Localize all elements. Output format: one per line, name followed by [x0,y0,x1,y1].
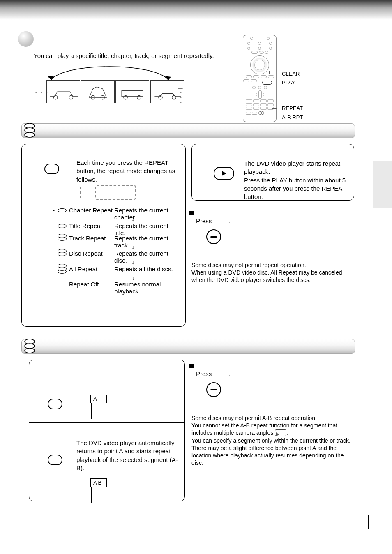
cycle-line: ▸ [53,210,53,305]
repeat-illustration: • • • • • • [35,72,183,108]
ab-step2-button-icon [48,455,62,466]
svg-point-3 [69,95,73,99]
svg-point-14 [25,132,35,137]
section-header-2 [21,339,355,354]
step1-button-icon [44,164,59,175]
section-icon-1 [24,122,35,139]
svg-point-8 [137,95,141,99]
ab-step2-text: The DVD video player automatically retur… [76,439,181,472]
remote-label-abrpt: A-B RPT [282,114,303,120]
svg-point-12 [25,123,35,128]
ab-repeat-box [29,360,185,501]
notes-1: Some discs may not permit repeat operati… [191,261,355,284]
step2-text: The DVD video player starts repeat playb… [244,159,349,201]
clear-button-icon-2 [206,382,221,397]
ab-indicator-ab: A B [90,478,107,503]
repeat-arc-icon [48,65,172,81]
osd-indicator-empty [95,185,136,200]
step1-text: Each time you press the REPEAT button, t… [76,159,178,184]
feed-line [80,187,81,198]
remote-label-play: PLAY [282,79,295,85]
svg-point-10 [172,95,175,99]
cancel-heading-1 [189,209,196,216]
side-tab [373,161,392,208]
intro-text: You can play a specific title, chapter, … [34,52,247,60]
clear-button-icon-1 [206,229,221,244]
svg-point-13 [25,128,35,133]
notes-2: Some discs may not permit A-B repeat ope… [191,414,355,466]
svg-point-18 [25,348,35,353]
ab-step1-button-icon [48,399,62,411]
section-icon-2 [24,338,35,355]
cancel-press-1: Press . [196,217,231,225]
section-header-1 [21,123,355,138]
svg-point-2 [53,95,57,99]
remote-label-repeat: REPEAT [282,105,303,111]
cancel-press-2: Press . [196,370,231,378]
svg-point-7 [124,95,127,99]
bullet-sphere-icon [18,31,34,47]
svg-point-16 [25,339,35,344]
page-corner-mark [367,515,369,529]
svg-marker-15 [222,171,226,176]
remote-diagram [243,35,277,122]
cancel-heading-2 [189,362,196,369]
remote-label-clear: CLEAR [282,71,300,77]
play-button-icon [214,167,234,180]
svg-point-17 [25,344,35,349]
page-header-gradient [0,0,392,20]
ab-box-divider [29,422,185,423]
ab-indicator-a: A [90,395,107,419]
repeat-mode-list: Chapter Repeat Repeats the current chapt… [58,207,181,291]
angle-icon [275,429,286,436]
